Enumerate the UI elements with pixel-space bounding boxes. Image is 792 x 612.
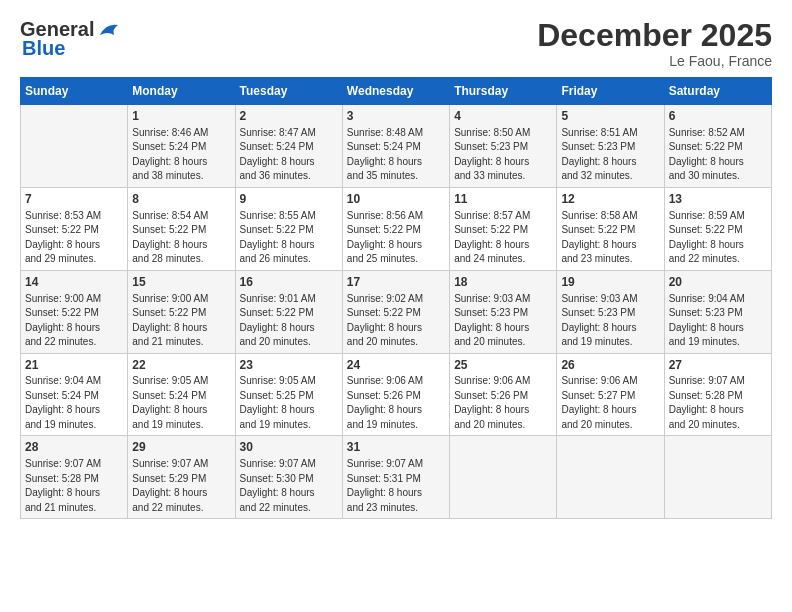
day-info: Sunrise: 8:53 AMSunset: 5:22 PMDaylight:…	[25, 209, 123, 267]
week-row-4: 21Sunrise: 9:04 AMSunset: 5:24 PMDayligh…	[21, 353, 772, 436]
calendar-cell: 19Sunrise: 9:03 AMSunset: 5:23 PMDayligh…	[557, 270, 664, 353]
day-info: Sunrise: 8:59 AMSunset: 5:22 PMDaylight:…	[669, 209, 767, 267]
calendar-cell: 13Sunrise: 8:59 AMSunset: 5:22 PMDayligh…	[664, 187, 771, 270]
calendar-cell	[557, 436, 664, 519]
day-info: Sunrise: 9:03 AMSunset: 5:23 PMDaylight:…	[561, 292, 659, 350]
day-info: Sunrise: 9:04 AMSunset: 5:23 PMDaylight:…	[669, 292, 767, 350]
day-number: 6	[669, 108, 767, 125]
day-info: Sunrise: 8:54 AMSunset: 5:22 PMDaylight:…	[132, 209, 230, 267]
calendar-header: General Blue December 2025 Le Faou, Fran…	[20, 18, 772, 69]
logo-bird-icon	[98, 21, 120, 39]
day-number: 27	[669, 357, 767, 374]
day-number: 15	[132, 274, 230, 291]
calendar-container: General Blue December 2025 Le Faou, Fran…	[0, 0, 792, 612]
calendar-cell: 21Sunrise: 9:04 AMSunset: 5:24 PMDayligh…	[21, 353, 128, 436]
day-number: 16	[240, 274, 338, 291]
day-info: Sunrise: 9:07 AMSunset: 5:28 PMDaylight:…	[25, 457, 123, 515]
day-info: Sunrise: 9:07 AMSunset: 5:29 PMDaylight:…	[132, 457, 230, 515]
day-info: Sunrise: 8:55 AMSunset: 5:22 PMDaylight:…	[240, 209, 338, 267]
day-number: 19	[561, 274, 659, 291]
calendar-cell: 14Sunrise: 9:00 AMSunset: 5:22 PMDayligh…	[21, 270, 128, 353]
day-number: 12	[561, 191, 659, 208]
calendar-cell: 4Sunrise: 8:50 AMSunset: 5:23 PMDaylight…	[450, 105, 557, 188]
day-info: Sunrise: 9:06 AMSunset: 5:26 PMDaylight:…	[347, 374, 445, 432]
day-number: 10	[347, 191, 445, 208]
day-info: Sunrise: 9:07 AMSunset: 5:31 PMDaylight:…	[347, 457, 445, 515]
day-number: 3	[347, 108, 445, 125]
calendar-cell	[664, 436, 771, 519]
day-number: 28	[25, 439, 123, 456]
day-number: 13	[669, 191, 767, 208]
location: Le Faou, France	[537, 53, 772, 69]
calendar-cell: 2Sunrise: 8:47 AMSunset: 5:24 PMDaylight…	[235, 105, 342, 188]
day-info: Sunrise: 9:00 AMSunset: 5:22 PMDaylight:…	[132, 292, 230, 350]
day-info: Sunrise: 8:51 AMSunset: 5:23 PMDaylight:…	[561, 126, 659, 184]
calendar-cell: 7Sunrise: 8:53 AMSunset: 5:22 PMDaylight…	[21, 187, 128, 270]
calendar-cell: 30Sunrise: 9:07 AMSunset: 5:30 PMDayligh…	[235, 436, 342, 519]
week-row-3: 14Sunrise: 9:00 AMSunset: 5:22 PMDayligh…	[21, 270, 772, 353]
calendar-cell: 24Sunrise: 9:06 AMSunset: 5:26 PMDayligh…	[342, 353, 449, 436]
day-number: 21	[25, 357, 123, 374]
day-info: Sunrise: 9:07 AMSunset: 5:30 PMDaylight:…	[240, 457, 338, 515]
day-info: Sunrise: 9:06 AMSunset: 5:27 PMDaylight:…	[561, 374, 659, 432]
weekday-header-friday: Friday	[557, 78, 664, 105]
logo: General Blue	[20, 18, 120, 60]
calendar-cell: 22Sunrise: 9:05 AMSunset: 5:24 PMDayligh…	[128, 353, 235, 436]
day-info: Sunrise: 9:05 AMSunset: 5:25 PMDaylight:…	[240, 374, 338, 432]
day-number: 2	[240, 108, 338, 125]
month-title: December 2025	[537, 18, 772, 53]
calendar-cell: 12Sunrise: 8:58 AMSunset: 5:22 PMDayligh…	[557, 187, 664, 270]
calendar-cell: 6Sunrise: 8:52 AMSunset: 5:22 PMDaylight…	[664, 105, 771, 188]
week-row-1: 1Sunrise: 8:46 AMSunset: 5:24 PMDaylight…	[21, 105, 772, 188]
day-number: 8	[132, 191, 230, 208]
calendar-cell: 28Sunrise: 9:07 AMSunset: 5:28 PMDayligh…	[21, 436, 128, 519]
day-info: Sunrise: 8:48 AMSunset: 5:24 PMDaylight:…	[347, 126, 445, 184]
day-info: Sunrise: 8:47 AMSunset: 5:24 PMDaylight:…	[240, 126, 338, 184]
calendar-cell	[21, 105, 128, 188]
day-number: 22	[132, 357, 230, 374]
calendar-cell: 18Sunrise: 9:03 AMSunset: 5:23 PMDayligh…	[450, 270, 557, 353]
calendar-cell: 15Sunrise: 9:00 AMSunset: 5:22 PMDayligh…	[128, 270, 235, 353]
day-number: 17	[347, 274, 445, 291]
calendar-cell: 25Sunrise: 9:06 AMSunset: 5:26 PMDayligh…	[450, 353, 557, 436]
calendar-cell: 5Sunrise: 8:51 AMSunset: 5:23 PMDaylight…	[557, 105, 664, 188]
day-number: 9	[240, 191, 338, 208]
day-info: Sunrise: 8:52 AMSunset: 5:22 PMDaylight:…	[669, 126, 767, 184]
day-number: 26	[561, 357, 659, 374]
calendar-cell	[450, 436, 557, 519]
calendar-cell: 20Sunrise: 9:04 AMSunset: 5:23 PMDayligh…	[664, 270, 771, 353]
calendar-cell: 9Sunrise: 8:55 AMSunset: 5:22 PMDaylight…	[235, 187, 342, 270]
day-number: 29	[132, 439, 230, 456]
logo-blue-text: Blue	[22, 37, 65, 60]
weekday-header-tuesday: Tuesday	[235, 78, 342, 105]
day-info: Sunrise: 8:46 AMSunset: 5:24 PMDaylight:…	[132, 126, 230, 184]
day-info: Sunrise: 8:50 AMSunset: 5:23 PMDaylight:…	[454, 126, 552, 184]
day-info: Sunrise: 8:57 AMSunset: 5:22 PMDaylight:…	[454, 209, 552, 267]
day-info: Sunrise: 9:06 AMSunset: 5:26 PMDaylight:…	[454, 374, 552, 432]
day-number: 24	[347, 357, 445, 374]
day-info: Sunrise: 9:04 AMSunset: 5:24 PMDaylight:…	[25, 374, 123, 432]
calendar-cell: 17Sunrise: 9:02 AMSunset: 5:22 PMDayligh…	[342, 270, 449, 353]
calendar-cell: 31Sunrise: 9:07 AMSunset: 5:31 PMDayligh…	[342, 436, 449, 519]
calendar-cell: 16Sunrise: 9:01 AMSunset: 5:22 PMDayligh…	[235, 270, 342, 353]
day-number: 4	[454, 108, 552, 125]
day-number: 14	[25, 274, 123, 291]
week-row-2: 7Sunrise: 8:53 AMSunset: 5:22 PMDaylight…	[21, 187, 772, 270]
title-area: December 2025 Le Faou, France	[537, 18, 772, 69]
day-number: 7	[25, 191, 123, 208]
calendar-cell: 3Sunrise: 8:48 AMSunset: 5:24 PMDaylight…	[342, 105, 449, 188]
calendar-cell: 8Sunrise: 8:54 AMSunset: 5:22 PMDaylight…	[128, 187, 235, 270]
day-info: Sunrise: 9:00 AMSunset: 5:22 PMDaylight:…	[25, 292, 123, 350]
day-info: Sunrise: 8:56 AMSunset: 5:22 PMDaylight:…	[347, 209, 445, 267]
week-row-5: 28Sunrise: 9:07 AMSunset: 5:28 PMDayligh…	[21, 436, 772, 519]
day-number: 23	[240, 357, 338, 374]
weekday-header-row: SundayMondayTuesdayWednesdayThursdayFrid…	[21, 78, 772, 105]
weekday-header-sunday: Sunday	[21, 78, 128, 105]
day-info: Sunrise: 9:01 AMSunset: 5:22 PMDaylight:…	[240, 292, 338, 350]
calendar-table: SundayMondayTuesdayWednesdayThursdayFrid…	[20, 77, 772, 519]
day-info: Sunrise: 9:02 AMSunset: 5:22 PMDaylight:…	[347, 292, 445, 350]
weekday-header-wednesday: Wednesday	[342, 78, 449, 105]
day-number: 11	[454, 191, 552, 208]
day-info: Sunrise: 8:58 AMSunset: 5:22 PMDaylight:…	[561, 209, 659, 267]
calendar-cell: 10Sunrise: 8:56 AMSunset: 5:22 PMDayligh…	[342, 187, 449, 270]
